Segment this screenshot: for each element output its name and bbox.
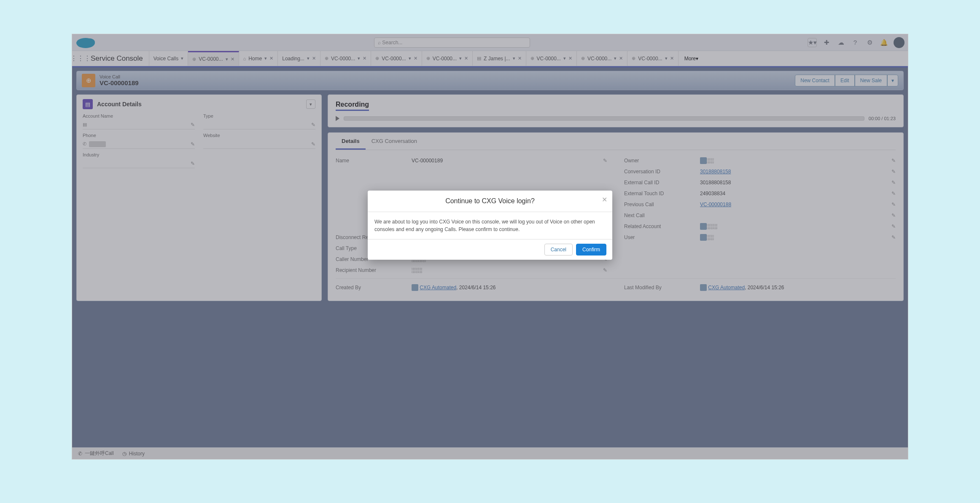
modal-title: Continue to CXG Voice login? xyxy=(445,197,535,204)
field-value[interactable]: VC-00000188 xyxy=(700,202,731,207)
setup-gear-icon[interactable]: ⚙ xyxy=(865,38,874,47)
chevron-down-icon[interactable]: ▾ xyxy=(226,56,228,62)
edit-icon[interactable]: ✎ xyxy=(191,141,195,147)
global-header: ⌕ Search... ★▾ ✚ ☁ ? ⚙ 🔔 xyxy=(72,34,908,51)
tab-loading[interactable]: Loading...▾✕ xyxy=(278,51,320,66)
favorites-icon[interactable]: ★▾ xyxy=(808,38,817,47)
notifications-icon[interactable]: 🔔 xyxy=(879,38,888,47)
chevron-down-icon[interactable]: ▾ xyxy=(181,56,183,61)
tab-vc[interactable]: ⊕VC-0000...▾✕ xyxy=(320,51,371,66)
recording-title: Recording xyxy=(336,101,369,111)
field-label: Previous Call xyxy=(624,202,700,207)
user-icon xyxy=(412,284,418,291)
add-icon[interactable]: ✚ xyxy=(822,38,831,47)
field-label: Account Name xyxy=(83,113,195,118)
close-icon[interactable]: ✕ xyxy=(518,56,522,61)
confirm-button[interactable]: Confirm xyxy=(576,244,606,256)
detail-row xyxy=(336,177,607,188)
more-actions-button[interactable]: ▾ xyxy=(887,75,898,86)
tab-contact[interactable]: ▤Z James |...▾✕ xyxy=(473,51,526,66)
created-by-link[interactable]: CXG Automated xyxy=(420,285,456,291)
global-search[interactable]: ⌕ Search... xyxy=(374,38,530,48)
tab-home[interactable]: ⌂Home▾✕ xyxy=(239,51,278,66)
field-value: 249038834 xyxy=(700,191,725,196)
new-contact-button[interactable]: New Contact xyxy=(795,75,835,86)
seek-track[interactable] xyxy=(344,116,864,121)
field-value: ░░ xyxy=(707,158,714,164)
field-label: Owner xyxy=(624,158,700,164)
close-icon[interactable]: ✕ xyxy=(619,56,623,61)
detail-row: External Touch ID249038834✎ xyxy=(624,188,896,199)
close-icon[interactable]: ✕ xyxy=(231,56,234,62)
tab-vc[interactable]: ⊕VC-0000...▾✕ xyxy=(422,51,473,66)
tab-vc[interactable]: ⊕VC-0000...▾✕ xyxy=(577,51,627,66)
close-icon[interactable]: ✕ xyxy=(269,56,273,61)
modified-by-link[interactable]: CXG Automated xyxy=(708,285,745,291)
header-actions: New Contact Edit New Sale ▾ xyxy=(795,75,898,86)
field-value: 30188808158 xyxy=(700,180,731,186)
close-icon[interactable]: ✕ xyxy=(363,56,366,61)
help-icon[interactable]: ? xyxy=(851,38,860,47)
close-icon[interactable]: ✕ xyxy=(464,56,468,61)
tab-vc[interactable]: ⊕VC-0000...▾✕ xyxy=(627,51,678,66)
field-label: Name xyxy=(336,158,412,164)
new-sale-button[interactable]: New Sale xyxy=(855,75,887,86)
app-launcher-icon[interactable]: ⋮⋮⋮ xyxy=(72,51,89,66)
clock-icon: ◷ xyxy=(122,451,127,457)
field-value[interactable]: 30188808158 xyxy=(700,169,731,175)
edit-icon[interactable]: ✎ xyxy=(191,161,195,167)
tab-vc-active[interactable]: ⊕VC-0000...▾✕ xyxy=(188,51,239,66)
play-button[interactable] xyxy=(336,116,339,121)
field-label: External Call ID xyxy=(624,180,700,186)
field-value: ░░░ xyxy=(707,223,718,229)
svg-point-2 xyxy=(85,38,95,46)
edit-icon[interactable]: ✎ xyxy=(891,191,896,196)
edit-icon[interactable]: ✎ xyxy=(191,122,195,128)
close-icon[interactable]: ✕ xyxy=(670,56,674,61)
cancel-button[interactable]: Cancel xyxy=(544,244,573,256)
tab-details[interactable]: Details xyxy=(336,133,366,150)
utility-call[interactable]: ✆一鍵外呼Call xyxy=(78,450,114,457)
avatar[interactable] xyxy=(894,37,905,48)
edit-icon[interactable]: ✎ xyxy=(603,158,607,164)
tab-conversation[interactable]: CXG Conversation xyxy=(366,133,423,150)
app-name: Service Console xyxy=(89,51,149,66)
edit-icon[interactable]: ✎ xyxy=(603,267,607,273)
field-label: Recipient Number xyxy=(336,267,412,273)
tabs-more[interactable]: More ▾ xyxy=(678,51,704,66)
tab-vc[interactable]: ⊕VC-0000...▾✕ xyxy=(526,51,577,66)
close-icon[interactable]: ✕ xyxy=(312,56,316,61)
edit-icon[interactable]: ✎ xyxy=(891,212,896,218)
home-icon: ⌂ xyxy=(243,56,246,61)
edit-button[interactable]: Edit xyxy=(835,75,855,86)
edit-icon[interactable]: ✎ xyxy=(891,169,896,175)
field-label: Industry xyxy=(83,152,195,157)
utility-history[interactable]: ◷History xyxy=(122,451,145,457)
field-value: ░░░ xyxy=(412,267,423,273)
field-label: Conversation ID xyxy=(624,169,700,175)
edit-icon[interactable]: ✎ xyxy=(891,223,896,229)
detail-row: User ░░✎ xyxy=(624,232,896,243)
edit-icon[interactable]: ✎ xyxy=(311,122,315,128)
sync-icon[interactable]: ☁ xyxy=(836,38,845,47)
close-icon[interactable]: ✕ xyxy=(568,56,572,61)
field-label: Type xyxy=(203,113,315,118)
close-icon[interactable]: ✕ xyxy=(602,196,607,204)
object-chip-icon xyxy=(700,157,707,164)
card-menu-button[interactable]: ▾ xyxy=(306,100,315,109)
field-label: External Touch ID xyxy=(624,191,700,196)
card-title: Account Details xyxy=(97,101,142,108)
detail-row: Related Account ░░░✎ xyxy=(624,221,896,232)
nav-tabs: ⋮⋮⋮ Service Console Voice Calls▾ ⊕VC-000… xyxy=(72,51,908,66)
field-label: Related Account xyxy=(624,223,700,229)
tab-voice-calls[interactable]: Voice Calls▾ xyxy=(149,51,188,66)
close-icon[interactable]: ✕ xyxy=(414,56,417,61)
time-display: 00:00 / 01:23 xyxy=(869,116,896,121)
edit-icon[interactable]: ✎ xyxy=(891,158,896,164)
edit-icon[interactable]: ✎ xyxy=(891,202,896,207)
field-label: Website xyxy=(203,133,315,138)
edit-icon[interactable]: ✎ xyxy=(891,180,896,186)
edit-icon[interactable]: ✎ xyxy=(311,141,315,147)
tab-vc[interactable]: ⊕VC-0000...▾✕ xyxy=(371,51,422,66)
edit-icon[interactable]: ✎ xyxy=(891,234,896,240)
